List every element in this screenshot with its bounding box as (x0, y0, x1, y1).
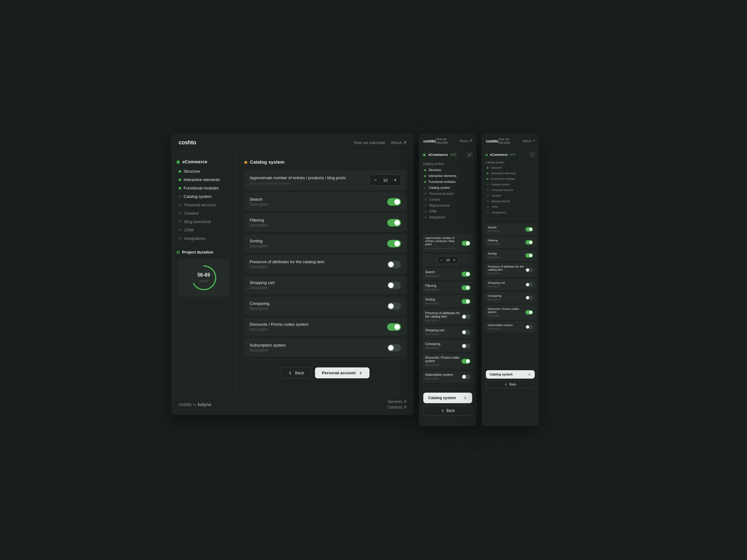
medium-subscription-toggle[interactable] (462, 374, 470, 379)
medium-comparing-toggle[interactable] (462, 344, 470, 348)
filtering-toggle[interactable] (387, 219, 401, 226)
small-sidebar-structure[interactable]: Structure (485, 165, 535, 170)
medium-sidebar-crm[interactable]: ⚙ CRM (423, 209, 473, 214)
small-sidebar-interactive[interactable]: Interactive elements (485, 171, 535, 176)
medium-sidebar-content[interactable]: ⚙ Content (423, 197, 473, 202)
counter-decrement[interactable]: − (370, 175, 381, 185)
small-dot-structure (487, 167, 488, 169)
medium-entries-toggle[interactable] (462, 241, 470, 246)
medium-counter-increment[interactable]: + (451, 257, 458, 264)
sidebar-item-crm[interactable]: ⚙ CRM (176, 226, 231, 234)
sorting-toggle[interactable] (387, 240, 401, 247)
medium-sidebar-integrations[interactable]: ⚙ Integrations (423, 215, 473, 220)
back-button[interactable]: Back (281, 367, 311, 379)
medium-sorting-row: Sorting Description (422, 295, 473, 308)
medium-catalog-next-btn[interactable]: Catalog system (423, 393, 472, 403)
small-attributes-toggle[interactable] (525, 268, 533, 272)
small-expand-btn[interactable]: ⤢ (529, 152, 535, 158)
sidebar-item-catalog[interactable]: Catalog system (176, 193, 231, 201)
main-panel: ◈ Catalog system Approximate number of e… (236, 152, 414, 394)
counter-increment[interactable]: + (390, 175, 401, 185)
medium-back-btn[interactable]: Back (423, 406, 472, 416)
medium-attributes-toggle[interactable] (462, 314, 470, 319)
medium-sidebar: ◉ eCommerce [4/9] ⤢ Catalog system Struc… (419, 149, 476, 230)
small-dot-functional (487, 178, 488, 180)
small-back-icon (504, 383, 507, 386)
sidebar-item-blog[interactable]: ⚙ Blog functional (176, 218, 231, 225)
small-subscription-toggle[interactable] (525, 325, 533, 329)
small-filtering-toggle[interactable] (525, 240, 533, 244)
cart-toggle[interactable] (387, 282, 401, 289)
medium-search-toggle[interactable] (462, 272, 470, 276)
small-bottom-nav: Catalog system Back (482, 366, 539, 392)
attributes-toggle[interactable] (387, 261, 401, 268)
medium-sidebar-functional[interactable]: Functional modules (423, 179, 473, 185)
services-link[interactable]: Services (388, 399, 407, 404)
medium-discounts-toggle[interactable] (462, 359, 470, 364)
medium-sidebar-structure[interactable]: Structure (423, 167, 473, 173)
small-sidebar-personal[interactable]: ⚙ Personal account (485, 188, 535, 193)
medium-counter-decrement[interactable]: − (438, 257, 445, 264)
services-ext-icon (403, 400, 407, 403)
medium-dot-interactive (424, 175, 426, 177)
medium-sorting-toggle[interactable] (462, 299, 470, 304)
medium-sidebar-personal[interactable]: ⚙ Personal account (423, 191, 473, 196)
medium-dot-structure (424, 169, 426, 171)
medium-counter[interactable]: − 10 + (438, 256, 458, 264)
small-catalog-next-btn[interactable]: Catalog system (486, 370, 535, 379)
small-filtering-row: Filtering Description (485, 236, 536, 248)
about-link[interactable]: About (391, 140, 407, 145)
entries-counter[interactable]: − 10 + (370, 175, 401, 186)
subscription-toggle[interactable] (387, 344, 401, 351)
medium-gear-crm: ⚙ (424, 210, 427, 213)
subscription-feature-row: Subscription system Description (244, 339, 407, 357)
medium-cart-toggle[interactable] (462, 330, 470, 335)
search-toggle[interactable] (387, 198, 401, 206)
subscription-info: Subscription system Description (250, 343, 387, 352)
small-cart-toggle[interactable] (525, 283, 533, 287)
contacts-link[interactable]: Contacts (387, 405, 407, 409)
external-link-icon (403, 141, 407, 145)
small-sidebar-blog[interactable]: ⚙ Blog functional (485, 199, 535, 204)
small-sidebar-catalog[interactable]: Catalog system (485, 182, 535, 187)
medium-how-calc[interactable]: How we calculate (436, 137, 454, 144)
small-gear-crm: ⚙ (487, 206, 489, 209)
small-discounts-toggle[interactable] (525, 310, 533, 315)
medium-filtering-info: Filtering Description (425, 284, 462, 291)
small-sidebar-integrations[interactable]: ⚙ Integrations (485, 210, 535, 215)
sidebar-item-interactive[interactable]: Interactive elements (176, 176, 231, 184)
discounts-toggle[interactable] (387, 323, 401, 331)
small-about-link[interactable]: About (523, 139, 535, 143)
next-button[interactable]: Personal account (315, 367, 369, 378)
sidebar-item-integrations[interactable]: ⚙ Integrations (176, 235, 231, 242)
sidebar-item-personal[interactable]: ⚙ Personal account (176, 201, 231, 209)
how-we-calculate-link[interactable]: How we calculate (354, 140, 385, 145)
small-sidebar-functional[interactable]: Functional modules (485, 177, 535, 181)
gear-icon-blog: ⚙ (179, 220, 182, 224)
medium-about-link[interactable]: About (460, 139, 472, 143)
small-sorting-toggle[interactable] (525, 253, 533, 258)
medium-expand-btn[interactable]: ⤢ (467, 152, 473, 158)
comparing-info: Comparing Description (250, 301, 387, 311)
small-how-calc[interactable]: How we calculate (498, 137, 517, 144)
small-discounts-row: Discounts / Promo codes system Descripti… (485, 305, 536, 320)
sidebar-item-functional[interactable]: Functional modules (176, 184, 231, 192)
medium-gear-blog: ⚙ (424, 204, 427, 207)
dot-icon-interactive (179, 179, 181, 181)
medium-sidebar-blog[interactable]: ⚙ Blog functional (423, 203, 473, 208)
small-back-btn[interactable]: Back (486, 380, 535, 388)
sidebar-item-structure[interactable]: Structure (176, 167, 231, 175)
small-comparing-toggle[interactable] (525, 296, 533, 300)
medium-subscription-row: Subscription system Description (422, 371, 473, 383)
medium-filtering-toggle[interactable] (462, 285, 470, 290)
medium-sidebar-interactive[interactable]: Interactive elements (423, 173, 473, 179)
small-sidebar-content[interactable]: ⚙ Content (485, 193, 535, 198)
sidebar-item-content[interactable]: ⚙ Content (176, 209, 231, 217)
comparing-toggle[interactable] (387, 302, 401, 310)
small-gear-personal: ⚙ (487, 189, 489, 192)
small-subscription-row: Subscription system Description (485, 321, 536, 332)
medium-sidebar-catalog[interactable]: Catalog system (423, 185, 473, 190)
main-content: ◉ eCommerce Structure Interactive elemen… (171, 152, 414, 394)
small-sidebar-crm[interactable]: ⚙ CRM (485, 205, 535, 209)
small-search-toggle[interactable] (525, 227, 533, 232)
